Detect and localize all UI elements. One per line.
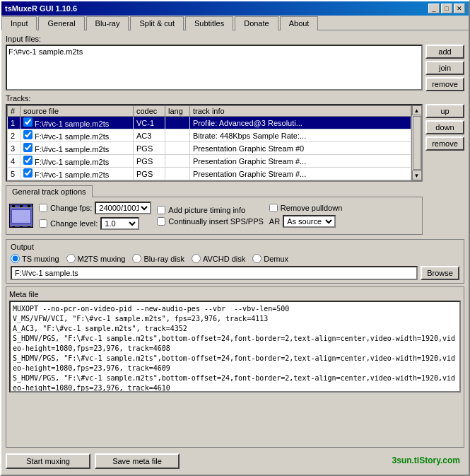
tracks-main: # source file codec lang track info 1 (6, 104, 423, 235)
row-codec: PGS (134, 142, 165, 155)
add-picture-timing-label: Add picture timing info (168, 206, 245, 214)
table-row[interactable]: 4 F:\#vc-1 sample.m2ts PGS Presentation … (8, 155, 411, 168)
row-lang (165, 129, 190, 142)
row-info: Profile: Advanced@3 Resoluti... (190, 117, 411, 129)
radio-demux-label: Demux (264, 255, 288, 263)
radio-bluray-label: Blu-ray disk (143, 255, 184, 263)
tab-bluray[interactable]: Blu-ray (86, 16, 129, 30)
tab-about[interactable]: About (280, 16, 319, 30)
row-checkbox[interactable] (23, 117, 33, 127)
row-source: F:\#vc-1 sample.m2ts (20, 117, 134, 129)
timing-options: Add picture timing info Continually inse… (157, 206, 264, 226)
radio-demux-input[interactable] (252, 254, 262, 263)
radio-bluray-input[interactable] (132, 254, 141, 263)
col-source: source file (20, 106, 134, 117)
row-info: Bitrate: 448Kbps Sample Rate:... (190, 129, 411, 142)
radio-demux: Demux (252, 254, 288, 263)
row-lang (165, 168, 190, 180)
gto-tab[interactable]: General track options (6, 185, 93, 197)
input-file-buttons: add join remove (425, 45, 464, 91)
row-checkbox[interactable] (23, 156, 33, 165)
watermark: 3sun.tiStory.com (392, 455, 464, 467)
up-button[interactable]: up (425, 104, 464, 118)
scroll-up-arrow[interactable]: ▲ (412, 105, 422, 115)
tab-general[interactable]: General (38, 16, 84, 30)
table-row[interactable]: 1 F:\#vc-1 sample.m2ts VC-1 Profile: Adv… (8, 117, 411, 129)
col-lang: lang (165, 106, 190, 117)
start-muxing-button[interactable]: Start muxing (6, 453, 90, 469)
ar-row: AR As source (269, 215, 342, 228)
continually-insert-row: Continually insert SPS/PPS (157, 217, 264, 226)
radio-bluray-disk: Blu-ray disk (132, 254, 184, 263)
output-path-row: F:\#vc-1 sample.ts Browse (11, 266, 459, 280)
row-codec: AC3 (134, 129, 165, 142)
row-info: Presentation Graphic Stream #... (190, 168, 411, 180)
meta-file-content[interactable]: MUXOPT --no-pcr-on-video-pid --new-audio… (9, 301, 461, 393)
add-picture-timing-row: Add picture timing info (157, 206, 264, 214)
scroll-thumb[interactable] (413, 116, 421, 170)
row-checkbox[interactable] (23, 143, 33, 152)
remove-bottom-button[interactable]: remove (425, 137, 464, 151)
tracks-label: Tracks: (6, 94, 464, 103)
row-info: Presentation Graphic Stream #... (190, 155, 411, 168)
radio-ts-input[interactable] (11, 254, 20, 263)
row-source: F:\#vc-1 sample.m2ts (20, 155, 134, 168)
gto-content: Change fps: 24000/1001 Change level: (6, 197, 423, 235)
input-files-section: Input files: F:\#vc-1 sample.m2ts add jo… (6, 35, 464, 91)
title-bar-buttons: _ □ ✕ (428, 4, 465, 13)
row-codec: PGS (134, 168, 165, 180)
change-fps-checkbox[interactable] (39, 204, 47, 212)
meta-file-section: Meta file MUXOPT --no-pcr-on-video-pid -… (6, 286, 464, 448)
maximize-button[interactable]: □ (441, 4, 452, 13)
row-checkbox[interactable] (23, 168, 33, 178)
row-source: F:\#vc-1 sample.m2ts (20, 142, 134, 155)
continually-insert-checkbox[interactable] (157, 217, 165, 226)
radio-ts-muxing: TS muxing (11, 254, 59, 263)
level-select[interactable]: 1.0 (100, 217, 139, 230)
remove-top-button[interactable]: remove (425, 77, 464, 91)
col-info: track info (190, 106, 411, 117)
table-row[interactable]: 2 F:\#vc-1 sample.m2ts AC3 Bitrate: 448K… (8, 129, 411, 142)
minimize-button[interactable]: _ (428, 4, 440, 13)
remove-pulldown-checkbox[interactable] (269, 204, 278, 212)
remove-pulldown-label: Remove pulldown (281, 204, 342, 212)
tab-donate[interactable]: Donate (235, 16, 278, 30)
add-button[interactable]: add (425, 45, 464, 59)
row-info: Presentation Graphic Stream #0 (190, 142, 411, 155)
col-num: # (8, 106, 20, 117)
tracks-scrollbar[interactable]: ▲ ▼ (411, 105, 421, 180)
close-button[interactable]: ✕ (454, 4, 465, 13)
input-files-box[interactable]: F:\#vc-1 sample.m2ts (6, 45, 423, 91)
tab-split-cut[interactable]: Split & cut (130, 16, 184, 30)
main-content: Input files: F:\#vc-1 sample.m2ts add jo… (1, 30, 469, 475)
radio-avchd-disk: AVCHD disk (192, 254, 245, 263)
table-row[interactable]: 5 F:\#vc-1 sample.m2ts PGS Presentation … (8, 168, 411, 180)
table-row[interactable]: 3 F:\#vc-1 sample.m2ts PGS Presentation … (8, 142, 411, 155)
radio-avchd-input[interactable] (192, 254, 201, 263)
radio-m2ts-input[interactable] (66, 254, 76, 263)
join-button[interactable]: join (425, 61, 464, 75)
row-num: 5 (8, 168, 20, 180)
change-level-checkbox[interactable] (39, 219, 47, 228)
radio-m2ts-label: M2TS muxing (78, 255, 126, 263)
input-files-value: F:\#vc-1 sample.m2ts (8, 47, 83, 56)
output-radio-row: TS muxing M2TS muxing Blu-ray disk AVCHD… (11, 254, 459, 263)
ar-select[interactable]: As source (283, 215, 336, 228)
row-checkbox[interactable] (23, 130, 33, 139)
fps-select[interactable]: 24000/1001 (95, 202, 151, 214)
tracks-table: # source file codec lang track info 1 (7, 105, 411, 180)
bottom-buttons: Start muxing Save meta file 3sun.tiStory… (6, 451, 464, 470)
down-button[interactable]: down (425, 120, 464, 134)
browse-button[interactable]: Browse (421, 266, 459, 280)
col-codec: codec (134, 106, 165, 117)
row-num: 2 (8, 129, 20, 142)
save-meta-button[interactable]: Save meta file (95, 453, 180, 469)
add-picture-timing-checkbox[interactable] (157, 206, 165, 214)
tab-subtitles[interactable]: Subtitles (185, 16, 233, 30)
tab-input[interactable]: Input (1, 16, 37, 30)
output-label: Output (11, 243, 459, 251)
output-path-box[interactable]: F:\#vc-1 sample.ts (11, 266, 418, 280)
scroll-down-arrow[interactable]: ▼ (412, 170, 422, 180)
pulldown-options: Remove pulldown AR As source (269, 204, 342, 228)
change-level-label: Change level: (50, 219, 98, 228)
